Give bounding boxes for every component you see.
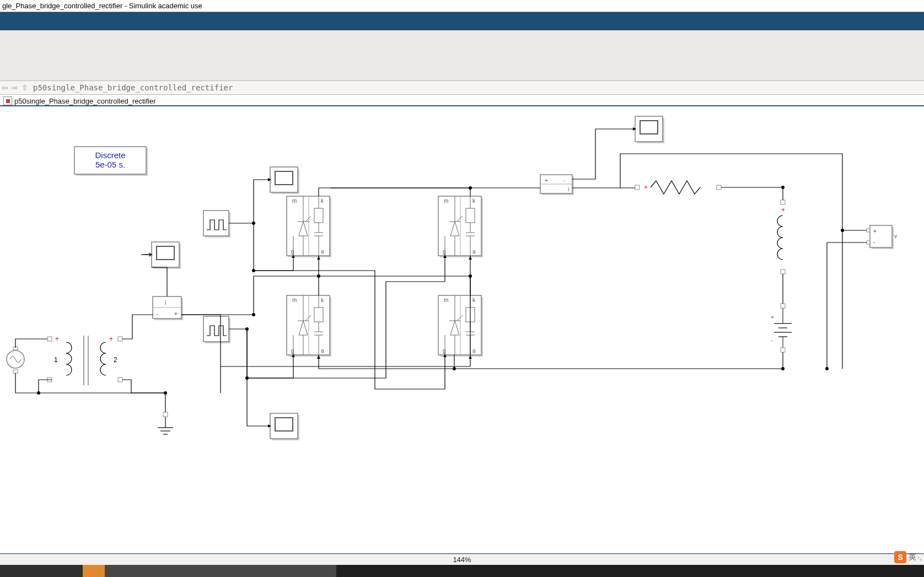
svg-text:i: i — [568, 186, 569, 192]
transformer-port1: 1 — [54, 356, 58, 364]
ground-block[interactable] — [158, 412, 173, 434]
svg-text:a: a — [321, 348, 324, 354]
svg-text:a: a — [321, 249, 324, 255]
svg-text:+: + — [873, 228, 877, 234]
svg-text:i: i — [165, 300, 166, 306]
ac-current-measurement[interactable]: i - + — [153, 296, 183, 320]
thyristor-1[interactable]: m k g a — [287, 196, 331, 257]
voltage-measurement[interactable]: + - v — [867, 225, 897, 249]
series-resistor[interactable]: + — [635, 181, 721, 194]
svg-text:g: g — [443, 348, 446, 354]
scope-bottom[interactable] — [270, 413, 299, 440]
svg-rect-134 — [47, 337, 52, 341]
thyristor-3[interactable]: m k g a — [287, 295, 331, 357]
scope-current[interactable] — [635, 116, 664, 143]
pulse-generator-2[interactable] — [203, 316, 230, 343]
svg-text:v: v — [894, 233, 897, 239]
svg-rect-121 — [867, 229, 870, 232]
svg-rect-13 — [276, 418, 292, 430]
svg-rect-5 — [276, 172, 292, 184]
svg-rect-105 — [781, 269, 785, 274]
svg-text:m: m — [444, 297, 448, 303]
thyristor-2[interactable]: m k g a — [438, 196, 483, 257]
status-bar: 144% — [0, 554, 924, 565]
window-title: gle_Phase_bridge_controlled_rectifier - … — [0, 0, 924, 12]
svg-rect-131 — [13, 370, 18, 373]
breadcrumb[interactable]: p50single_Phase_bridge_controlled_rectif… — [30, 83, 236, 92]
model-tab-label[interactable]: p50single_Phase_bridge_controlled_rectif… — [14, 97, 156, 105]
svg-rect-137 — [118, 337, 122, 341]
svg-text:-: - — [771, 337, 772, 343]
svg-text:-: - — [157, 311, 158, 317]
scope-top-left[interactable] — [270, 167, 299, 194]
nav-back-icon[interactable]: ⇦ — [0, 83, 10, 92]
svg-text:+: + — [109, 335, 113, 343]
scope-center-left[interactable] — [152, 242, 181, 269]
svg-point-164 — [781, 367, 785, 370]
svg-rect-122 — [867, 241, 870, 244]
svg-text:+: + — [781, 206, 785, 214]
svg-rect-21 — [203, 316, 229, 342]
powergui-line1: Discrete — [95, 150, 125, 160]
svg-rect-9 — [157, 247, 174, 259]
svg-rect-106 — [781, 304, 785, 308]
svg-point-146 — [164, 391, 167, 395]
svg-text:g: g — [291, 348, 294, 354]
ribbon-tabstrip[interactable] — [0, 12, 924, 30]
svg-text:g: g — [291, 249, 294, 255]
model-canvas[interactable]: Discrete 5e-05 s. — [0, 105, 924, 554]
transformer-port2: 2 — [114, 356, 117, 364]
thyristor-4[interactable]: m k g a — [438, 295, 483, 357]
svg-point-145 — [37, 391, 40, 395]
svg-rect-115 — [781, 348, 785, 352]
powergui-line2: 5e-05 s. — [95, 160, 125, 169]
svg-text:+: + — [771, 314, 774, 320]
ime-more-icon: ·, — [917, 553, 922, 562]
current-measurement[interactable]: + - i — [540, 175, 574, 195]
svg-text:-: - — [563, 177, 565, 184]
svg-text:m: m — [444, 198, 448, 204]
svg-point-156 — [245, 376, 249, 380]
dc-voltage-source[interactable]: + - — [771, 304, 792, 352]
svg-text:+: + — [545, 177, 548, 184]
taskbar[interactable] — [0, 565, 924, 577]
svg-point-160 — [252, 313, 255, 316]
svg-rect-139 — [118, 378, 122, 382]
svg-rect-100 — [635, 185, 640, 190]
nav-bar: ⇦ ⇨ ⇧ p50single_Phase_bridge_controlled_… — [0, 81, 924, 95]
powergui-block[interactable]: Discrete 5e-05 s. — [74, 147, 148, 176]
pulse-generator-1[interactable] — [203, 211, 230, 238]
svg-text:m: m — [292, 297, 297, 303]
ime-indicator[interactable]: S 英 ·, — [894, 551, 922, 564]
svg-rect-101 — [717, 185, 721, 190]
nav-fwd-icon[interactable]: ⇨ — [10, 83, 20, 92]
svg-text:g: g — [443, 249, 446, 255]
ime-logo-icon: S — [894, 551, 906, 563]
zoom-level[interactable]: 144% — [453, 556, 471, 564]
svg-point-151 — [252, 269, 255, 272]
ribbon-body — [0, 30, 924, 81]
nav-up-icon[interactable]: ⇧ — [20, 83, 30, 92]
svg-text:+: + — [644, 184, 648, 191]
svg-text:a: a — [472, 249, 476, 255]
svg-rect-19 — [203, 211, 229, 236]
svg-point-165 — [825, 367, 829, 370]
linear-transformer[interactable]: 1 2 + + — [47, 335, 122, 385]
svg-point-157 — [469, 186, 472, 190]
svg-point-166 — [841, 229, 844, 232]
svg-rect-144 — [163, 412, 168, 417]
model-tab-icon — [3, 96, 12, 105]
svg-rect-103 — [781, 200, 785, 204]
series-inductor[interactable]: + — [777, 200, 785, 274]
svg-text:m: m — [292, 198, 297, 204]
svg-text:+: + — [174, 311, 178, 317]
svg-point-163 — [781, 186, 785, 189]
svg-text:-: - — [873, 239, 875, 245]
ime-language: 英 — [909, 552, 916, 562]
ac-voltage-source[interactable] — [7, 347, 24, 373]
svg-text:+: + — [55, 335, 59, 343]
svg-text:a: a — [472, 348, 476, 354]
svg-rect-17 — [641, 121, 657, 133]
